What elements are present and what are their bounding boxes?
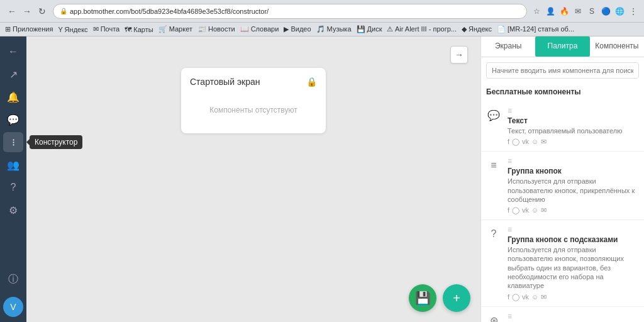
component-hint-group[interactable]: ? ≡ Группа кнопок с подсказками Использу… (481, 220, 644, 306)
bookmark-alert[interactable]: ⚠ Air Alert III - прогр... (387, 25, 456, 33)
badge-vk2: vk (522, 206, 529, 214)
bookmark-article[interactable]: 📄 [MR-124] статья об... (497, 25, 574, 33)
section-title: Бесплатные компоненты (486, 87, 639, 96)
right-panel-tabs: Экраны Палитра Компоненты (481, 36, 644, 57)
badge-web2: ☺ (531, 206, 538, 214)
main-canvas: → Стартовый экран 🔒 Компоненты отсутству… (26, 36, 480, 322)
button-group-badges: f ◯ vk ☺ ✉ (508, 206, 639, 214)
bookmark-music[interactable]: 🎵 Музыка (316, 25, 352, 33)
profile-icon[interactable]: 👤 (545, 6, 556, 17)
bottom-actions: 💾 + (409, 284, 470, 312)
fork-icon: ⊛ (486, 313, 501, 322)
text-component-name: Текст (508, 116, 639, 125)
nav-arrows: → (26, 46, 480, 64)
sidebar-info-icon[interactable]: ⓘ (3, 269, 23, 289)
badge-web: ☺ (531, 138, 538, 146)
back-button[interactable]: ← (5, 4, 19, 18)
tab-screens[interactable]: Экраны (481, 36, 535, 57)
screen-card-header: Стартовый экран 🔒 (190, 77, 317, 87)
component-text[interactable]: 💬 ≡ Текст Текст, отправляемый пользовате… (481, 101, 644, 152)
sidebar-help-icon[interactable]: ? (3, 177, 23, 197)
bookmark-yandex2[interactable]: ◆ Яндекс (462, 25, 492, 33)
bookmark-yandex[interactable]: Y Яндекс (58, 26, 87, 33)
extension2-icon[interactable]: ✉ (572, 6, 584, 17)
text-component-desc: Текст, отправляемый пользователю (508, 126, 639, 135)
bookmark-maps[interactable]: 🗺 Карты (125, 26, 153, 33)
address-bar[interactable]: 🔒 app.botmother.com/bot/5dba923e4bfa4689… (53, 4, 527, 19)
tab-components[interactable]: Компоненты (590, 36, 644, 57)
button-group-content: ≡ Группа кнопок Используется для отправк… (508, 157, 639, 214)
search-box (486, 62, 639, 79)
component-fork[interactable]: ⊛ ≡ Развилка 👁 ≡ ⊙ (481, 307, 644, 322)
screen-lock-icon: 🔒 (306, 77, 317, 87)
bookmarks-bar: ⊞ Приложения Y Яндекс ✉ Почта 🗺 Карты 🛒 … (0, 23, 644, 36)
fork-content: ≡ Развилка 👁 ≡ ⊙ (508, 312, 639, 322)
free-components-section: Бесплатные компоненты (481, 84, 644, 101)
user-avatar[interactable]: V (3, 297, 23, 317)
extension1-icon[interactable]: 🔥 (558, 6, 570, 17)
badge-tg2: ◯ (512, 206, 519, 214)
menu-icon[interactable]: ⋮ (628, 6, 639, 17)
extension4-icon[interactable]: 🔵 (600, 6, 611, 17)
hint-group-badges: f ◯ vk ☺ ✉ (508, 293, 639, 301)
add-button[interactable]: + (443, 284, 470, 312)
hint-group-desc: Используется для отправки пользователю к… (508, 245, 639, 290)
components-list: Бесплатные компоненты 💬 ≡ Текст Текст, о… (481, 84, 644, 322)
badge-fb: f (508, 138, 509, 146)
hint-group-name: Группа кнопок с подсказками (508, 235, 639, 244)
browser-toolbar-right: ☆ 👤 🔥 ✉ S 🔵 🌐 ⋮ (531, 6, 639, 17)
bookmark-star-icon[interactable]: ☆ (531, 6, 542, 17)
bookmark-news[interactable]: 📰 Новости (197, 25, 235, 33)
search-input[interactable] (486, 62, 639, 79)
reload-button[interactable]: ↻ (35, 4, 49, 18)
sidebar-analytics-icon[interactable]: ↗ (3, 64, 23, 84)
app-wrapper: ← ↗ 🔔 💬 ⁝ Конструктор 👥 ? ⚙ ⓘ V → Старто… (0, 36, 644, 322)
bookmark-mail[interactable]: ✉ Почта (93, 25, 120, 33)
extension5-icon[interactable]: 🌐 (614, 6, 625, 17)
hint-group-icon: ? (486, 226, 501, 242)
badge-web3: ☺ (531, 293, 538, 301)
extension3-icon[interactable]: S (586, 6, 597, 17)
bookmark-disk[interactable]: 💾 Диск (357, 25, 382, 33)
hint-group-content: ≡ Группа кнопок с подсказками Использует… (508, 225, 639, 301)
badge-mail2: ✉ (541, 206, 547, 214)
save-button[interactable]: 💾 (409, 284, 436, 312)
tab-palette[interactable]: Палитра (535, 36, 589, 57)
drag-icon3: ≡ (508, 225, 639, 234)
badge-fb3: f (508, 293, 509, 301)
button-group-name: Группа кнопок (508, 167, 639, 175)
right-panel: Экраны Палитра Компоненты Бесплатные ком… (480, 36, 644, 322)
bookmark-video[interactable]: ▶ Видео (284, 25, 311, 33)
badge-vk3: vk (522, 293, 529, 301)
badge-tg3: ◯ (512, 293, 519, 301)
text-component-icon: 💬 (486, 108, 501, 123)
text-component-content: ≡ Текст Текст, отправляемый пользователю… (508, 106, 639, 146)
nav-buttons: ← → ↻ (5, 4, 49, 18)
screen-empty-message: Компоненты отсутствуют (190, 96, 317, 125)
badge-mail3: ✉ (541, 293, 547, 301)
lock-icon: 🔒 (60, 8, 67, 14)
sidebar-constructor-icon[interactable]: ⁝ Конструктор (3, 132, 23, 152)
sidebar: ← ↗ 🔔 💬 ⁝ Конструктор 👥 ? ⚙ ⓘ V (0, 36, 26, 322)
button-group-desc: Используется для отправки пользователю к… (508, 177, 639, 204)
drag-icon: ≡ (508, 106, 639, 115)
badge-fb2: f (508, 206, 509, 214)
sidebar-back-icon[interactable]: ← (3, 42, 23, 62)
button-group-icon: ≡ (486, 158, 501, 173)
bookmark-dict[interactable]: 📖 Словари (240, 25, 279, 33)
drag-icon2: ≡ (508, 157, 639, 165)
screen-card: Стартовый экран 🔒 Компоненты отсутствуют (181, 68, 326, 133)
sidebar-settings-icon[interactable]: ⚙ (3, 200, 23, 220)
sidebar-chat-icon[interactable]: 💬 (3, 109, 23, 130)
sidebar-users-icon[interactable]: 👥 (3, 155, 23, 175)
badge-mail: ✉ (541, 138, 547, 146)
text-component-badges: f ◯ vk ☺ ✉ (508, 138, 639, 146)
drag-icon4: ≡ (508, 312, 639, 321)
screen-title: Стартовый экран (190, 77, 260, 87)
forward-arrow-btn[interactable]: → (450, 46, 468, 64)
forward-button[interactable]: → (20, 4, 34, 18)
bookmark-market[interactable]: 🛒 Маркет (158, 25, 192, 33)
bookmark-apps[interactable]: ⊞ Приложения (5, 25, 53, 33)
sidebar-notifications-icon[interactable]: 🔔 (3, 87, 23, 107)
component-button-group[interactable]: ≡ ≡ Группа кнопок Используется для отпра… (481, 152, 644, 220)
